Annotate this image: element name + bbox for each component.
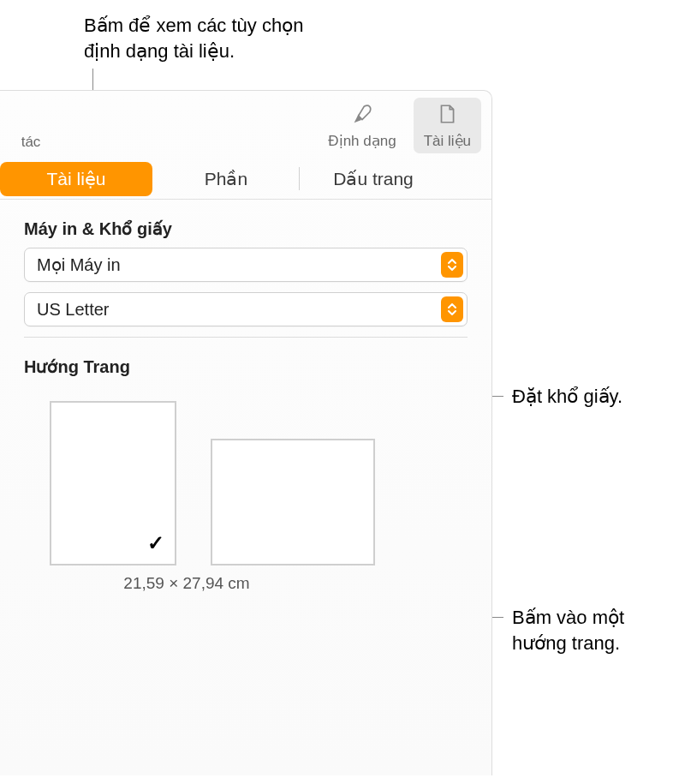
toolbar: tác Định dạng Tài liệu [0, 91, 491, 159]
document-button[interactable]: Tài liệu [414, 98, 481, 153]
tab-section[interactable]: Phần [152, 159, 300, 199]
checkmark-icon: ✓ [147, 531, 164, 555]
callout-orientation: Bấm vào một hướng trang. [512, 605, 666, 655]
inspector-tabs: Tài liệu Phần Dấu trang [0, 159, 491, 200]
paper-size-popup-value: US Letter [37, 300, 441, 320]
callout-document-tab: Bấm để xem các tùy chọn định dạng tài li… [84, 13, 341, 63]
orientation-landscape[interactable] [211, 439, 375, 566]
callout-paper-size: Đặt khổ giấy. [512, 384, 622, 410]
orientation-portrait[interactable]: ✓ [50, 401, 176, 566]
paper-size-popup[interactable]: US Letter [24, 292, 468, 326]
popup-arrows-icon [441, 252, 463, 278]
popup-arrows-icon [441, 296, 463, 322]
format-button[interactable]: Định dạng [318, 98, 406, 153]
landscape-thumbnail [211, 439, 375, 566]
printer-paper-title: Máy in & Khổ giấy [24, 218, 468, 239]
paintbrush-icon [351, 103, 373, 129]
printer-paper-section: Máy in & Khổ giấy Mọi Máy in US Letter [0, 200, 491, 326]
portrait-thumbnail: ✓ [50, 401, 176, 566]
orientation-options: ✓ [24, 386, 468, 566]
page-dimensions: 21,59 × 27,94 cm [24, 574, 349, 593]
printer-popup-value: Mọi Máy in [37, 254, 441, 275]
printer-popup[interactable]: Mọi Máy in [24, 248, 468, 282]
tab-bookmarks[interactable]: Dấu trang [300, 159, 447, 199]
format-button-label: Định dạng [328, 132, 396, 150]
orientation-title: Hướng Trang [24, 356, 468, 377]
toolbar-left-partial: tác [10, 98, 51, 151]
document-icon [436, 103, 458, 129]
tab-document[interactable]: Tài liệu [0, 162, 152, 196]
orientation-section: Hướng Trang ✓ 21,59 × 27,94 cm [0, 338, 491, 593]
inspector-panel: tác Định dạng Tài liệu Tài liệu Phần [0, 90, 492, 775]
document-button-label: Tài liệu [424, 132, 471, 150]
